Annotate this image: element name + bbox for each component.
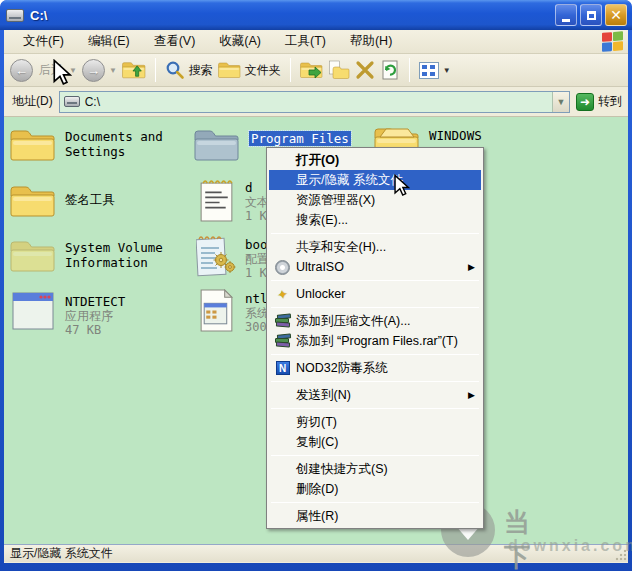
file-tile-ntdetect[interactable]: NTDETECT 应用程序 47 KB [10,292,125,337]
nod32-icon: N [276,361,290,375]
toolbar-separator [155,58,156,82]
statusbar: 显示/隐藏 系统文件 [4,544,628,562]
menu-item-open[interactable]: 打开(O) [269,150,481,170]
maximize-icon [587,11,596,20]
delete-button[interactable] [355,60,375,80]
views-dropdown-icon: ▼ [443,66,451,75]
menu-separator [271,354,479,355]
delete-x-icon [355,60,375,80]
menu-separator [271,280,479,281]
address-label: 地址(D) [8,93,53,110]
menu-item-send-to[interactable]: 发送到(N)▶ [269,385,481,405]
close-icon: ✕ [610,8,622,22]
copy-to-button[interactable] [328,60,350,80]
menu-item-unlocker[interactable]: ✦ Unlocker [269,284,481,304]
status-text: 显示/隐藏 系统文件 [10,545,113,562]
minimize-button[interactable] [555,4,577,26]
explorer-window: C:\ ✕ 文件(F) 编辑(E) 查看(V) 收藏(A) 工具(T) 帮助(H… [0,0,632,571]
window-title: C:\ [30,8,47,23]
menu-item-create-shortcut[interactable]: 创建快捷方式(S) [269,459,481,479]
file-tile-signature-tool[interactable]: 签名工具 [10,181,115,219]
file-tile-system-volume-information[interactable]: System Volume Information [10,236,197,274]
folders-icon [218,60,241,80]
address-value: C:\ [85,95,100,109]
menu-file[interactable]: 文件(F) [12,30,75,53]
submenu-arrow-icon: ▶ [468,390,475,400]
selected-file-label: Program Files [249,131,351,146]
addressbar: 地址(D) C:\ ▼ ➜ 转到 [4,87,628,117]
windows-logo-icon [602,31,624,53]
winrar-icon [275,314,291,328]
drive-icon [64,96,80,107]
maximize-button[interactable] [580,4,602,26]
forward-button[interactable]: → ▼ [82,59,117,82]
menu-item-ultraiso[interactable]: UltraISO▶ [269,257,481,277]
menu-separator [271,502,479,503]
folder-icon [10,125,56,163]
views-button[interactable]: ▼ [419,62,451,79]
toolbar-separator [409,58,410,82]
copy-to-icon [328,60,350,80]
menu-item-search[interactable]: 搜索(E)... [269,210,481,230]
menu-item-nod32[interactable]: N NOD32防毒系统 [269,358,481,378]
go-arrow-icon: ➜ [576,93,594,111]
forward-icon: → [82,59,105,82]
drive-icon [6,9,24,22]
undo-button[interactable] [380,60,400,80]
hidden-folder-icon [194,125,240,163]
move-to-icon [300,60,323,80]
context-menu: 打开(O) 显示/隐藏 系统文件 资源管理器(X) 搜索(E)... 共享和安全… [266,147,484,529]
address-combobox[interactable]: C:\ ▼ [59,91,570,113]
menu-separator [271,455,479,456]
undo-icon [380,60,400,80]
folder-icon [10,181,56,219]
menu-item-properties[interactable]: 属性(R) [269,506,481,526]
menu-item-sharing-security[interactable]: 共享和安全(H)... [269,237,481,257]
menu-separator [271,307,479,308]
menu-favorites[interactable]: 收藏(A) [208,30,272,53]
menu-item-add-to-archive[interactable]: 添加到压缩文件(A)... [269,311,481,331]
close-button[interactable]: ✕ [605,4,627,26]
menu-separator [271,408,479,409]
menu-separator [271,233,479,234]
resize-grip[interactable] [614,548,627,561]
back-dropdown-icon: ▼ [69,66,77,75]
menu-item-copy[interactable]: 复制(C) [269,432,481,452]
back-button[interactable]: ← 后退 ▼ [10,59,77,82]
menu-item-explorer[interactable]: 资源管理器(X) [269,190,481,210]
address-dropdown-icon[interactable]: ▼ [552,92,569,112]
move-to-button[interactable] [300,60,323,80]
system-file-icon [200,289,234,333]
forward-dropdown-icon: ▼ [109,66,117,75]
toolbar-separator [290,58,291,82]
menu-separator [271,381,479,382]
menu-item-add-to-program-files-rar[interactable]: 添加到 “Program Files.rar”(T) [269,331,481,351]
winrar-icon [275,334,291,348]
menubar: 文件(F) 编辑(E) 查看(V) 收藏(A) 工具(T) 帮助(H) [4,30,628,54]
folder-icon-faded [10,236,56,274]
go-button[interactable]: ➜ 转到 [576,93,624,111]
unlocker-wand-icon: ✦ [273,284,293,304]
text-document-icon [200,179,234,222]
menu-view[interactable]: 查看(V) [143,30,207,53]
up-folder-icon [122,59,146,81]
menu-item-delete[interactable]: 删除(D) [269,479,481,499]
menu-item-show-hide-system-files[interactable]: 显示/隐藏 系统文件 [269,170,481,190]
application-icon [12,292,54,330]
menu-item-cut[interactable]: 剪切(T) [269,412,481,432]
menu-help[interactable]: 帮助(H) [339,30,403,53]
config-file-icon [196,234,236,278]
search-icon [165,60,185,80]
views-icon [419,62,439,79]
menu-edit[interactable]: 编辑(E) [77,30,141,53]
up-button[interactable] [122,59,146,81]
minimize-icon [562,19,570,22]
menu-tools[interactable]: 工具(T) [274,30,337,53]
titlebar: C:\ ✕ [0,0,632,30]
folders-button[interactable]: 文件夹 [218,60,281,80]
search-button[interactable]: 搜索 [165,60,213,80]
ultraiso-cd-icon [275,260,290,275]
toolbar: ← 后退 ▼ → ▼ 搜索 [4,54,628,87]
file-tile-documents-and-settings[interactable]: Documents and Settings [10,125,197,163]
back-icon: ← [10,59,33,82]
